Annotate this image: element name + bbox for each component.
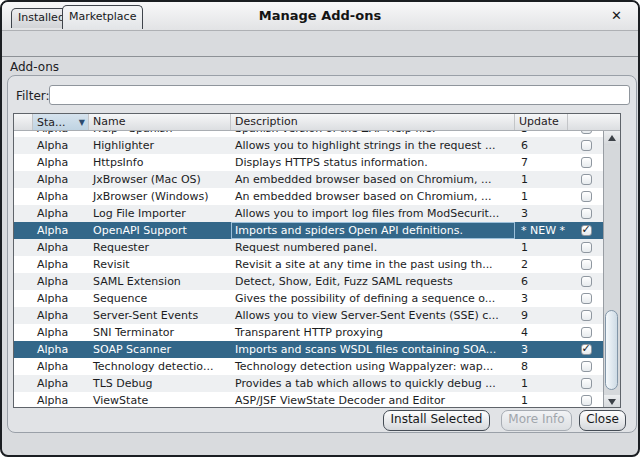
more-info-button[interactable]: More Info	[501, 410, 572, 431]
cell-description: An embedded browser based on Chromium, .…	[231, 171, 515, 188]
table-row[interactable]: AlphaJxBrowser (Windows)An embedded brow…	[14, 188, 604, 205]
table-row[interactable]: AlphaServer-Sent EventsAllows you to vie…	[14, 307, 604, 324]
filter-input[interactable]	[49, 85, 630, 105]
table-row[interactable]: AlphaRevisitRevisit a site at any time i…	[14, 256, 604, 273]
cell-name: OpenAPI Support	[89, 222, 231, 239]
cell-description: Allows you to import log files from ModS…	[231, 205, 515, 222]
checkbox-checked[interactable]	[581, 225, 592, 236]
table-row[interactable]: AlphaHighlighterAllows you to highlight …	[14, 137, 604, 154]
manage-addons-dialog: Manage Add-ons ✕ Installed Marketplace A…	[0, 0, 640, 457]
checkbox-unchecked[interactable]	[581, 140, 592, 151]
cell-checkbox	[568, 392, 604, 408]
cell-status: Alpha	[33, 392, 89, 408]
checkbox-unchecked[interactable]	[581, 293, 592, 304]
checkbox-unchecked[interactable]	[581, 259, 592, 270]
checkbox-unchecked[interactable]	[581, 327, 592, 338]
cell-spacer	[14, 222, 33, 239]
cell-status: Alpha	[33, 154, 89, 171]
checkbox-unchecked[interactable]	[581, 361, 592, 372]
checkbox-unchecked[interactable]	[581, 310, 592, 321]
tab-strip	[2, 31, 638, 57]
cell-description: Transparent HTTP proxying	[231, 324, 515, 341]
checkbox-unchecked[interactable]	[581, 174, 592, 185]
cell-update: 9	[515, 307, 568, 324]
header-spacer[interactable]	[14, 114, 33, 130]
table-row[interactable]: AlphaRequesterRequest numbered panel.1	[14, 239, 604, 256]
cell-checkbox	[568, 307, 604, 324]
header-checkbox[interactable]	[568, 114, 604, 130]
cell-checkbox	[568, 171, 604, 188]
tab-marketplace[interactable]: Marketplace	[62, 5, 143, 29]
table-row[interactable]: AlphaLog File ImporterAllows you to impo…	[14, 205, 604, 222]
header-update[interactable]: Update	[515, 114, 568, 130]
cell-checkbox	[568, 358, 604, 375]
cell-update: 3	[515, 205, 568, 222]
table-body: AlphaHelp - SpanishSpanish version of th…	[14, 131, 604, 408]
cell-name: SOAP Scanner	[89, 341, 231, 358]
header-status-label: Sta...	[37, 116, 66, 129]
cell-name: JxBrowser (Mac OS)	[89, 171, 231, 188]
cell-spacer	[14, 154, 33, 171]
install-selected-button[interactable]: Install Selected	[383, 410, 490, 431]
header-status[interactable]: Sta... ▼	[33, 114, 89, 130]
header-description[interactable]: Description	[231, 114, 515, 130]
cell-spacer	[14, 375, 33, 392]
cell-spacer	[14, 307, 33, 324]
checkbox-unchecked[interactable]	[581, 131, 592, 134]
cell-spacer	[14, 392, 33, 408]
close-icon[interactable]: ✕	[611, 8, 622, 24]
checkbox-unchecked[interactable]	[581, 191, 592, 202]
scroll-down-button[interactable]	[604, 395, 620, 408]
checkbox-unchecked[interactable]	[581, 378, 592, 389]
cell-status: Alpha	[33, 324, 89, 341]
cell-update: 1	[515, 392, 568, 408]
table-header: Sta... ▼ Name Description Update	[14, 114, 620, 131]
scroll-up-button[interactable]	[604, 131, 620, 145]
cell-status: Alpha	[33, 205, 89, 222]
checkbox-unchecked[interactable]	[581, 276, 592, 287]
table-row[interactable]: AlphaTLS DebugProvides a tab which allow…	[14, 375, 604, 392]
scrollbar-thumb[interactable]	[605, 310, 618, 390]
table-row[interactable]: AlphaSOAP ScannerImports and scans WSDL …	[14, 341, 604, 358]
cell-checkbox	[568, 154, 604, 171]
cell-name: JxBrowser (Windows)	[89, 188, 231, 205]
cell-description: Allows you to view Server-Sent Events (S…	[231, 307, 515, 324]
checkbox-unchecked[interactable]	[581, 242, 592, 253]
checkbox-unchecked[interactable]	[581, 208, 592, 219]
cell-spacer	[14, 273, 33, 290]
checkbox-checked[interactable]	[581, 344, 592, 355]
table-row[interactable]: AlphaViewStateASP/JSF ViewState Decoder …	[14, 392, 604, 408]
cell-status: Alpha	[33, 222, 89, 239]
cell-checkbox	[568, 205, 604, 222]
cell-update: 1	[515, 375, 568, 392]
cell-update: 6	[515, 137, 568, 154]
cell-name: SNI Terminator	[89, 324, 231, 341]
cell-description: Detect, Show, Edit, Fuzz SAML requests	[231, 273, 515, 290]
cell-update: 7	[515, 154, 568, 171]
cell-status: Alpha	[33, 307, 89, 324]
cell-checkbox	[568, 290, 604, 307]
checkbox-unchecked[interactable]	[581, 157, 592, 168]
table-row[interactable]: AlphaTechnology detectio...Technology de…	[14, 358, 604, 375]
checkbox-unchecked[interactable]	[581, 395, 592, 406]
table-row[interactable]: AlphaSAML ExtensionDetect, Show, Edit, F…	[14, 273, 604, 290]
vertical-scrollbar[interactable]	[603, 131, 620, 408]
cell-checkbox	[568, 256, 604, 273]
cell-spacer	[14, 205, 33, 222]
cell-checkbox	[568, 341, 604, 358]
cell-name: ViewState	[89, 392, 231, 408]
cell-update: 3	[515, 290, 568, 307]
close-button[interactable]: Close	[579, 410, 626, 431]
cell-name: Server-Sent Events	[89, 307, 231, 324]
cell-description: Imports and scans WSDL files containing …	[231, 341, 515, 358]
cell-spacer	[14, 324, 33, 341]
table-row[interactable]: AlphaOpenAPI SupportImports and spiders …	[14, 222, 604, 239]
cell-update: 1	[515, 171, 568, 188]
cell-name: HttpsInfo	[89, 154, 231, 171]
table-row[interactable]: AlphaSNI TerminatorTransparent HTTP prox…	[14, 324, 604, 341]
table-row[interactable]: AlphaHttpsInfoDisplays HTTPS status info…	[14, 154, 604, 171]
cell-checkbox	[568, 273, 604, 290]
table-row[interactable]: AlphaJxBrowser (Mac OS)An embedded brows…	[14, 171, 604, 188]
header-name[interactable]: Name	[89, 114, 231, 130]
table-row[interactable]: AlphaSequenceGives the possibility of de…	[14, 290, 604, 307]
